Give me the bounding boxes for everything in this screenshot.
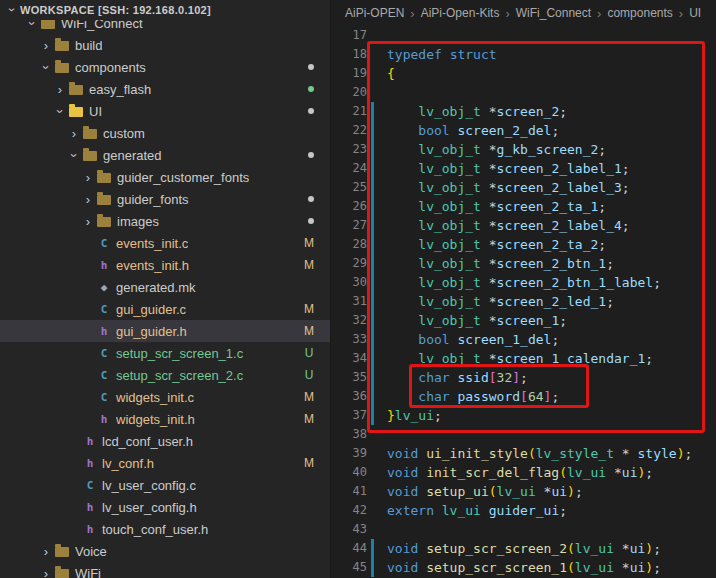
breadcrumb-item-AiPi-OPEN[interactable]: AiPi-OPEN — [345, 6, 404, 20]
breadcrumb-item-UI[interactable]: UI — [689, 6, 701, 20]
folder-icon — [55, 63, 69, 73]
code-line[interactable]: 28 lv_obj_t *screen_2_ta_2; — [331, 235, 716, 254]
git-status-dot — [308, 108, 314, 114]
breadcrumb-item-components[interactable]: components — [607, 6, 672, 20]
code-line[interactable]: 30 lv_obj_t *screen_2_btn_1_label; — [331, 273, 716, 292]
code-token: void — [387, 560, 418, 575]
code-line[interactable]: 34 lv_obj_t *screen_1_calendar_1; — [331, 349, 716, 368]
code-line[interactable]: 18typedef struct — [331, 45, 716, 64]
code-text: }lv_ui; — [379, 406, 442, 425]
code-line[interactable]: 32 lv_obj_t *screen_1; — [331, 311, 716, 330]
code-line[interactable]: 36 char password[64]; — [331, 387, 716, 406]
tree-folder-guider_customer_fonts[interactable]: ›guider_customer_fonts — [0, 166, 330, 188]
code-token — [387, 180, 418, 195]
code-line[interactable]: 29 lv_obj_t *screen_2_btn_1; — [331, 254, 716, 273]
tree-folder-build[interactable]: ›build — [0, 34, 330, 56]
item-label: components — [75, 60, 146, 75]
code-token: lv_obj_t — [418, 275, 481, 290]
code-token: screen_2_ta_2 — [497, 237, 599, 252]
tree-folder-guider_fonts[interactable]: ›guider_fonts — [0, 188, 330, 210]
code-line[interactable]: 33 bool screen_1_del; — [331, 330, 716, 349]
tree-folder-images[interactable]: ›images — [0, 210, 330, 232]
code-line[interactable]: 37}lv_ui; — [331, 406, 716, 425]
code-token: screen_2_ta_1 — [497, 199, 599, 214]
tree-file-events_init.h[interactable]: hevents_init.hM — [0, 254, 330, 276]
breadcrumb-item-WiFi_Connect[interactable]: WiFi_Connect — [516, 6, 591, 20]
code-line[interactable]: 41void setup_ui(lv_ui *ui); — [331, 482, 716, 501]
git-status-badge: U — [304, 346, 314, 360]
code-line[interactable]: 27 lv_obj_t *screen_2_label_4; — [331, 216, 716, 235]
code-line[interactable]: 43 — [331, 520, 716, 539]
git-status-badge: M — [304, 412, 314, 426]
tree-file-lv_conf.h[interactable]: hlv_conf.hM — [0, 452, 330, 474]
git-gutter-bar — [371, 311, 374, 330]
tree-file-lv_user_config.h[interactable]: hlv_user_config.h — [0, 496, 330, 518]
tree-folder-UI[interactable]: ›UI — [0, 100, 330, 122]
code-line[interactable]: 23 lv_obj_t *g_kb_screen_2; — [331, 140, 716, 159]
tree-folder-WiFi[interactable]: ›WiFi — [0, 562, 330, 578]
tree-folder-Voice[interactable]: ›Voice — [0, 540, 330, 562]
code-line[interactable]: 42extern lv_ui guider_ui; — [331, 501, 716, 520]
chevron-down-icon: › — [39, 59, 54, 75]
tree-file-gui_guider.c[interactable]: Cgui_guider.cM — [0, 298, 330, 320]
line-number: 19 — [331, 64, 367, 83]
code-line[interactable]: 21 lv_obj_t *screen_2; — [331, 102, 716, 121]
code-token: ; — [622, 180, 630, 195]
code-token — [387, 370, 418, 385]
item-label: generated — [103, 148, 162, 163]
git-gutter-bar — [371, 121, 374, 140]
code-token: screen_2_label_3 — [497, 180, 622, 195]
code-token: * — [481, 351, 497, 366]
code-line[interactable]: 39void ui_init_style(lv_style_t * style)… — [331, 444, 716, 463]
tree-file-widgets_init.h[interactable]: hwidgets_init.hM — [0, 408, 330, 430]
git-gutter-bar — [371, 330, 374, 349]
code-line[interactable]: 38 — [331, 425, 716, 444]
git-gutter-modified — [367, 159, 379, 178]
gutter — [367, 482, 379, 501]
line-number: 27 — [331, 216, 367, 235]
code-line[interactable]: 22 bool screen_2_del; — [331, 121, 716, 140]
tree-file-gui_guider.h[interactable]: hgui_guider.hM — [0, 320, 330, 342]
line-number: 44 — [331, 539, 367, 558]
line-number: 28 — [331, 235, 367, 254]
line-number: 30 — [331, 273, 367, 292]
code-token — [387, 161, 418, 176]
code-line[interactable]: 35 char ssid[32]; — [331, 368, 716, 387]
tree-folder-custom[interactable]: ›custom — [0, 122, 330, 144]
code-line[interactable]: 44void setup_scr_screen_2(lv_ui *ui); — [331, 539, 716, 558]
tree-file-lcd_conf_user.h[interactable]: hlcd_conf_user.h — [0, 430, 330, 452]
tree-file-touch_conf_user.h[interactable]: htouch_conf_user.h — [0, 518, 330, 540]
tree-file-setup_scr_screen_1.c[interactable]: Csetup_scr_screen_1.cU — [0, 342, 330, 364]
code-token: * — [481, 275, 497, 290]
breadcrumb-item-AiPi-Open-Kits[interactable]: AiPi-Open-Kits — [421, 6, 500, 20]
file-type-icon: h — [82, 523, 98, 536]
code-token: lv_obj_t — [418, 313, 481, 328]
git-gutter-bar — [371, 102, 374, 121]
code-token: void — [387, 484, 418, 499]
tree-file-lv_user_config.c[interactable]: Clv_user_config.c — [0, 474, 330, 496]
code-line[interactable]: 24 lv_obj_t *screen_2_label_1; — [331, 159, 716, 178]
tree-file-events_init.c[interactable]: Cevents_init.cM — [0, 232, 330, 254]
code-line[interactable]: 45void setup_scr_screen_1(lv_ui *ui); — [331, 558, 716, 577]
tree-folder-easy_flash[interactable]: ›easy_flash — [0, 78, 330, 100]
code-line[interactable]: 20 — [331, 83, 716, 102]
tree-folder-generated[interactable]: ›generated — [0, 144, 330, 166]
tree-folder-components[interactable]: ›components — [0, 56, 330, 78]
folder-icon — [69, 85, 83, 95]
tree-file-widgets_init.c[interactable]: Cwidgets_init.cM — [0, 386, 330, 408]
git-gutter-modified — [367, 368, 379, 387]
code-line[interactable]: 31 lv_obj_t *screen_2_led_1; — [331, 292, 716, 311]
workspace-section-header[interactable]: › WORKSPACE [SSH: 192.168.0.102] — [0, 0, 330, 20]
item-label: touch_conf_user.h — [102, 522, 208, 537]
code-line[interactable]: 25 lv_obj_t *screen_2_label_3; — [331, 178, 716, 197]
code-line[interactable]: 19{ — [331, 64, 716, 83]
code-line[interactable]: 26 lv_obj_t *screen_2_ta_1; — [331, 197, 716, 216]
code-line[interactable]: 17 — [331, 26, 716, 45]
code-token — [387, 218, 418, 233]
git-gutter-modified — [367, 235, 379, 254]
code-text: lv_obj_t *screen_1_calendar_1; — [379, 349, 653, 368]
tree-file-generated.mk[interactable]: ◆generated.mk — [0, 276, 330, 298]
code-line[interactable]: 40void init_scr_del_flag(lv_ui *ui); — [331, 463, 716, 482]
code-token: screen_1_del — [457, 332, 551, 347]
tree-file-setup_scr_screen_2.c[interactable]: Csetup_scr_screen_2.cU — [0, 364, 330, 386]
